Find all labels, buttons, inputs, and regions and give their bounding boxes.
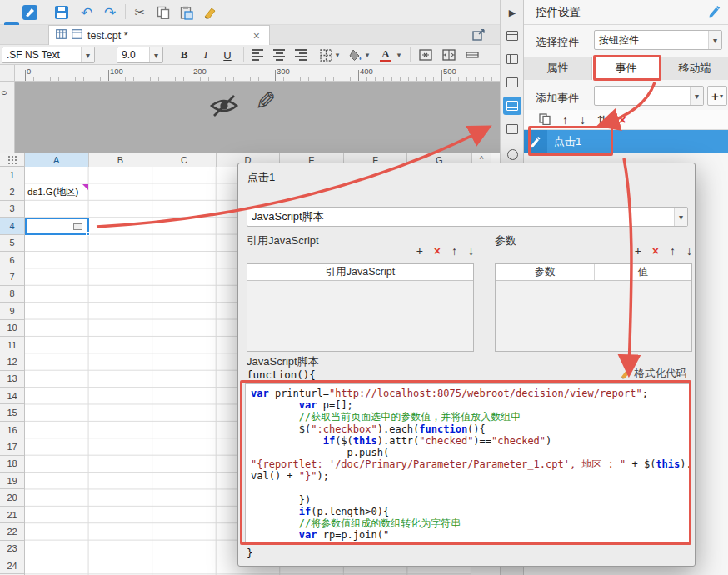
chevron-down-icon: ▾ — [690, 87, 703, 105]
row-header-6[interactable]: 6 — [0, 252, 24, 268]
delete-event-icon[interactable]: × — [619, 113, 626, 126]
bold-button[interactable]: B — [175, 47, 193, 63]
row-header-15[interactable]: 15 — [0, 404, 24, 421]
tab-mobile[interactable]: 移动端 — [661, 57, 728, 80]
format-painter-icon[interactable] — [200, 2, 220, 22]
add-param-icon[interactable]: + — [635, 245, 641, 257]
row-header-18[interactable]: 18 — [0, 456, 24, 472]
params-toolbar: + × ↑ ↓ — [495, 243, 692, 258]
param-up-icon[interactable]: ↑ — [670, 245, 676, 257]
widget-type-select[interactable]: 按钮控件 ▾ — [594, 30, 722, 50]
sort-events-icon[interactable]: ⇅ — [597, 114, 607, 126]
row-header-10[interactable]: 10 — [0, 320, 24, 337]
chevron-down-icon: ▾ — [149, 48, 162, 62]
copy-icon[interactable] — [153, 2, 173, 22]
row-header-9[interactable]: 9 — [0, 302, 24, 319]
tab-close-icon[interactable]: × — [251, 29, 262, 42]
cell-attributes-icon[interactable] — [503, 27, 521, 45]
row-header-11[interactable]: 11 — [0, 337, 24, 353]
code-editor[interactable]: var printurl="http://localhost:8075/webr… — [245, 383, 690, 543]
column-header-C[interactable]: C — [152, 152, 217, 167]
row-header-23[interactable]: 23 — [0, 541, 24, 558]
cell-element-icon[interactable] — [503, 50, 521, 68]
hruler-label-100: 100 — [110, 67, 123, 76]
copy-event-icon[interactable] — [539, 113, 551, 127]
row-header-19[interactable]: 19 — [0, 472, 24, 489]
report-canvas-header[interactable]: ✎ — [15, 82, 500, 152]
tab-test-cpt[interactable]: test.cpt * × — [48, 25, 270, 45]
ref-up-icon[interactable]: ↑ — [451, 245, 457, 257]
params-table[interactable]: 参数 值 — [495, 263, 692, 352]
add-event-button[interactable]: + ▾ — [707, 86, 727, 106]
underline-button[interactable]: U — [218, 47, 237, 63]
logo-edit-icon[interactable] — [20, 2, 40, 22]
chevron-down-icon[interactable]: ▾ — [362, 47, 373, 63]
row-header-16[interactable]: 16 — [0, 422, 24, 438]
sheet-select-all-corner[interactable] — [0, 152, 25, 167]
collapse-panel-icon[interactable]: ▶ — [503, 3, 521, 22]
ref-down-icon[interactable]: ↓ — [468, 245, 474, 257]
delete-ref-icon[interactable]: × — [434, 245, 441, 257]
row-header-4[interactable]: 4 — [0, 218, 24, 234]
event-type-select[interactable]: JavaScript脚本 ▾ — [247, 207, 688, 227]
chevron-down-icon[interactable]: ▾ — [332, 47, 343, 63]
paste-icon[interactable] — [177, 2, 197, 22]
selection-fill-handle[interactable] — [86, 232, 90, 236]
row-header-24[interactable]: 24 — [0, 558, 24, 574]
delete-param-icon[interactable]: × — [652, 245, 659, 257]
unmerge-cells-icon[interactable] — [440, 47, 458, 63]
float-element-icon[interactable] — [503, 73, 521, 92]
cell-height-icon[interactable] — [463, 47, 481, 63]
move-down-icon[interactable]: ↓ — [580, 114, 586, 126]
align-center-icon[interactable] — [270, 47, 288, 63]
tab-properties[interactable]: 属性 — [524, 57, 592, 80]
row-header-21[interactable]: 21 — [0, 507, 24, 523]
edit-widget-icon[interactable] — [708, 5, 721, 20]
hyperlink-icon[interactable] — [503, 145, 521, 163]
merge-cells-icon[interactable] — [416, 47, 435, 63]
edit-event-pencil-icon[interactable] — [524, 130, 547, 153]
web-attributes-icon[interactable] — [468, 25, 488, 45]
add-ref-icon[interactable]: + — [416, 245, 423, 257]
align-right-icon[interactable] — [292, 47, 310, 63]
font-family-select[interactable]: .SF NS Text ▾ — [2, 47, 95, 63]
row-header-13[interactable]: 13 — [0, 371, 24, 388]
row-header-12[interactable]: 12 — [0, 353, 24, 370]
cell-A4-selected[interactable] — [25, 218, 89, 235]
row-header-5[interactable]: 5 — [0, 235, 24, 252]
italic-button[interactable]: I — [197, 47, 215, 63]
chevron-down-icon[interactable]: ▾ — [393, 47, 405, 63]
tab-events[interactable]: 事件 — [592, 57, 661, 80]
cell-A2[interactable]: ds1.G(地区) — [25, 183, 89, 200]
redo-icon[interactable]: ↷ — [100, 2, 120, 22]
ref-js-table[interactable]: 引用JavaScript — [247, 263, 474, 352]
format-code-button[interactable]: 格式化代码 — [621, 367, 687, 381]
font-size-select[interactable]: 9.0 ▾ — [117, 47, 163, 63]
toolbar-separator — [312, 48, 312, 62]
widget-settings-icon[interactable] — [503, 97, 521, 115]
row-header-20[interactable]: 20 — [0, 489, 24, 506]
row-header-7[interactable]: 7 — [0, 268, 24, 285]
row-header-8[interactable]: 8 — [0, 286, 24, 302]
add-event-select[interactable]: ▾ — [594, 86, 704, 106]
event-item-click1[interactable]: 点击1 — [524, 130, 728, 153]
row-header-14[interactable]: 14 — [0, 388, 24, 404]
align-left-icon[interactable] — [248, 47, 267, 63]
row-header-2[interactable]: 2 — [0, 183, 24, 200]
edit-pencil-icon[interactable]: ✎ — [255, 87, 276, 116]
move-up-icon[interactable]: ↑ — [562, 114, 568, 126]
font-color-button[interactable]: A — [376, 47, 395, 63]
save-icon[interactable] — [52, 2, 72, 22]
column-header-A[interactable]: A — [25, 152, 89, 167]
column-header-B[interactable]: B — [89, 152, 153, 167]
toolbar-separator — [125, 4, 126, 19]
undo-icon[interactable]: ↶ — [77, 2, 97, 22]
row-header-22[interactable]: 22 — [0, 523, 24, 540]
cut-icon[interactable]: ✂ — [130, 2, 150, 22]
row-header-3[interactable]: 3 — [0, 201, 24, 218]
row-header-17[interactable]: 17 — [0, 438, 24, 455]
param-down-icon[interactable]: ↓ — [686, 245, 692, 257]
row-header-1[interactable]: 1 — [0, 167, 24, 183]
hide-eye-icon[interactable] — [208, 93, 240, 121]
condition-attributes-icon[interactable] — [503, 120, 521, 138]
